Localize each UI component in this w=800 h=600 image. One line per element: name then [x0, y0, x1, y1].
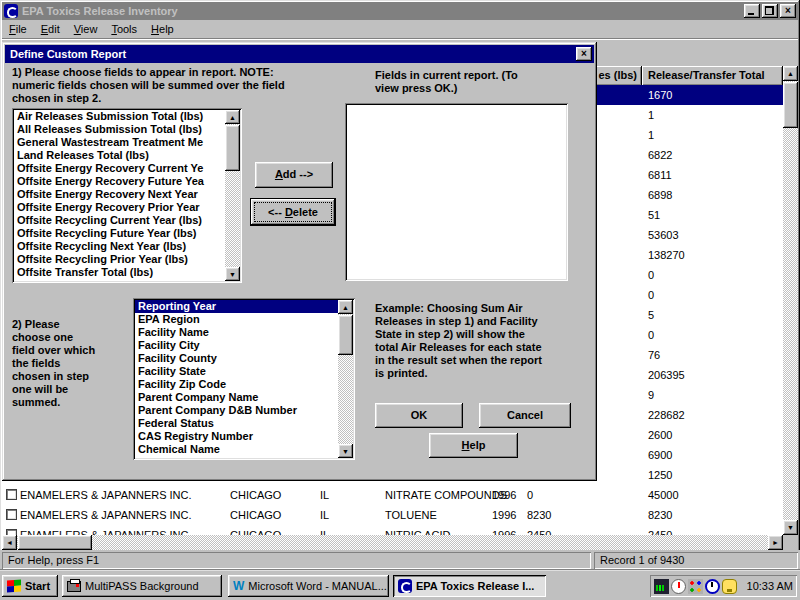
scroll-down-button[interactable]: ▼: [338, 444, 353, 458]
list-item[interactable]: All Releases Submission Total (lbs): [14, 123, 225, 136]
task-label: EPA Toxics Release I...: [416, 580, 534, 592]
list-item[interactable]: Land Releases Total (lbs): [14, 149, 225, 162]
cell-release-transfer-total: 76: [648, 349, 660, 361]
list-item[interactable]: Offsite Energy Recovery Current Ye: [14, 162, 225, 175]
list-item[interactable]: Offsite Energy Recovery Future Yea: [14, 175, 225, 188]
list-item[interactable]: Facility County: [135, 352, 338, 365]
list-item[interactable]: General Wastestream Treatment Me: [14, 136, 225, 149]
cell-release-transfer-total: 1250: [648, 469, 672, 481]
tray-scheduler-icon[interactable]: [705, 579, 720, 594]
list-item[interactable]: Parent Company Name: [135, 391, 338, 404]
tray-gauge-icon[interactable]: [671, 579, 686, 594]
list-item[interactable]: Facility Name: [135, 326, 338, 339]
list-item[interactable]: Offsite Energy Recovery Next Year: [14, 188, 225, 201]
listbox-scrollbar-thumb[interactable]: [225, 125, 240, 171]
cell-year: 1996: [492, 489, 516, 501]
list-item[interactable]: Offsite Recycling Prior Year (lbs): [14, 253, 225, 266]
list-item[interactable]: CAS Registry Number: [135, 430, 338, 443]
row-checkbox[interactable]: [6, 489, 17, 500]
scroll-down-button[interactable]: ▼: [225, 267, 240, 281]
scroll-up-icon: ▲: [342, 304, 349, 311]
list-item[interactable]: Air Releases Submission Total (lbs): [14, 110, 225, 123]
list-item[interactable]: Parent Company D&B Number: [135, 404, 338, 417]
scroll-right-button[interactable]: ►: [768, 535, 783, 550]
available-fields-listbox: Air Releases Submission Total (lbs)All R…: [12, 108, 242, 283]
menu-item[interactable]: File: [2, 21, 34, 37]
list-item[interactable]: Offsite Recycling Current Year (lbs): [14, 214, 225, 227]
add-button[interactable]: Add -->: [255, 162, 333, 188]
start-button[interactable]: Start: [2, 575, 58, 597]
help-button[interactable]: Help: [429, 433, 518, 458]
menu-item[interactable]: Help: [144, 21, 181, 37]
menu-item[interactable]: View: [67, 21, 105, 37]
taskbar-button-multipass[interactable]: MultiPASS Background: [62, 575, 222, 597]
delete-button[interactable]: <-- Delete: [250, 198, 336, 226]
list-item[interactable]: Offsite Recycling Next Year (lbs): [14, 240, 225, 253]
cell-release-transfer-total: 2600: [648, 429, 672, 441]
ok-button[interactable]: OK: [375, 403, 463, 428]
cell-release-transfer-total: 9: [648, 389, 654, 401]
current-report-fields-items: [347, 105, 566, 279]
listbox-scrollbar-thumb[interactable]: [338, 315, 353, 355]
cancel-button[interactable]: Cancel: [479, 403, 571, 428]
column-header-release-transfer-total[interactable]: Release/Transfer Total: [642, 66, 783, 85]
list-item[interactable]: Reporting Year: [135, 300, 338, 313]
row-checkbox[interactable]: [6, 509, 17, 520]
cell-release-transfer-total: 45000: [648, 489, 679, 501]
restore-button[interactable]: [762, 4, 778, 18]
list-item[interactable]: Offsite Transfer Total (lbs): [14, 266, 225, 279]
horizontal-scrollbar-thumb[interactable]: [18, 535, 92, 550]
epa-app-icon: [398, 579, 412, 593]
status-help-text: For Help, press F1: [2, 552, 591, 569]
tray-system-monitor-icon[interactable]: [654, 579, 669, 594]
sum-field-listbox: Reporting YearEPA RegionFacility NameFac…: [133, 298, 355, 460]
cell-release-transfer-total: 1: [648, 129, 654, 141]
menu-item[interactable]: Tools: [104, 21, 144, 37]
list-item[interactable]: Chemical Name: [135, 443, 338, 456]
vertical-scrollbar[interactable]: ▲ ▼: [783, 66, 798, 535]
dialog-close-button[interactable]: ×: [576, 47, 592, 61]
table-row[interactable]: ENAMELERS & JAPANNERS INC. CHICAGO IL NI…: [2, 525, 783, 535]
scroll-up-button[interactable]: ▲: [338, 300, 353, 314]
listbox-scrollbar[interactable]: ▲ ▼: [225, 110, 240, 281]
scroll-down-icon: ▼: [229, 271, 236, 278]
table-row[interactable]: ENAMELERS & JAPANNERS INC. CHICAGO IL TO…: [2, 505, 783, 525]
taskbar-button-epa-active[interactable]: EPA Toxics Release I...: [393, 575, 546, 597]
scroll-up-button[interactable]: ▲: [225, 110, 240, 124]
cell-release-transfer-total: 5: [648, 309, 654, 321]
tray-display-settings-icon[interactable]: [688, 579, 703, 594]
list-item[interactable]: Federal Status: [135, 417, 338, 430]
vertical-scrollbar-thumb[interactable]: [783, 82, 798, 128]
list-item[interactable]: Offsite Recycling Future Year (lbs): [14, 227, 225, 240]
current-report-fields-listbox[interactable]: [345, 103, 568, 281]
menu-item[interactable]: Edit: [34, 21, 67, 37]
taskbar: Start MultiPASS Background W Microsoft W…: [0, 570, 800, 600]
scroll-left-button[interactable]: ◄: [2, 535, 17, 550]
status-bar: For Help, press F1 Record 1 of 9430: [0, 550, 800, 570]
scroll-up-button[interactable]: ▲: [783, 66, 798, 81]
cell-release-transfer-total: 0: [648, 329, 654, 341]
minimize-button[interactable]: [744, 4, 760, 18]
close-button[interactable]: ×: [780, 4, 796, 18]
windows-logo-icon: [7, 580, 21, 593]
scroll-right-icon: ►: [772, 539, 779, 546]
horizontal-scrollbar[interactable]: ◄ ►: [2, 535, 783, 550]
taskbar-button-word[interactable]: W Microsoft Word - MANUAL...: [228, 575, 389, 597]
printer-icon: [67, 581, 81, 592]
table-row[interactable]: ENAMELERS & JAPANNERS INC. CHICAGO IL NI…: [2, 485, 783, 505]
list-item[interactable]: Facility Zip Code: [135, 378, 338, 391]
sum-field-items: Reporting YearEPA RegionFacility NameFac…: [135, 300, 338, 458]
list-item[interactable]: Facility State: [135, 365, 338, 378]
close-icon: ×: [785, 6, 791, 16]
cell-releases-lbs: 0: [527, 489, 533, 501]
list-item[interactable]: EPA Region: [135, 313, 338, 326]
list-item[interactable]: Offsite Energy Recovery Prior Year: [14, 201, 225, 214]
epa-app-icon: [4, 4, 18, 18]
taskbar-clock[interactable]: 10:33 AM: [747, 580, 793, 592]
tray-power-icon[interactable]: [722, 579, 737, 594]
listbox-scrollbar[interactable]: ▲ ▼: [338, 300, 353, 458]
cell-release-transfer-total: 53603: [648, 229, 679, 241]
scroll-down-button[interactable]: ▼: [783, 520, 798, 535]
list-item[interactable]: Facility City: [135, 339, 338, 352]
cell-release-transfer-total: 206395: [648, 369, 685, 381]
